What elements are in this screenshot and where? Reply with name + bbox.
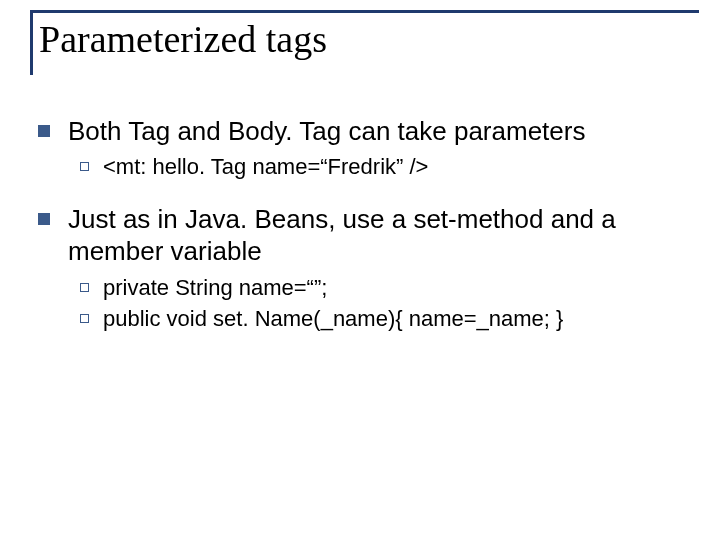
square-bullet-icon xyxy=(38,213,50,225)
hollow-square-bullet-icon xyxy=(80,162,89,171)
hollow-square-bullet-icon xyxy=(80,283,89,292)
bullet-item: Just as in Java. Beans, use a set-method… xyxy=(38,203,690,268)
sub-bullet-item: <mt: hello. Tag name=“Fredrik” /> xyxy=(80,153,690,181)
slide: Parameterized tags Both Tag and Body. Ta… xyxy=(0,0,720,540)
sub-bullet-item: private String name=“”; xyxy=(80,274,690,302)
sub-list: private String name=“”; public void set.… xyxy=(80,274,690,333)
square-bullet-icon xyxy=(38,125,50,137)
sub-bullet-text: public void set. Name(_name){ name=_name… xyxy=(103,305,690,333)
sub-bullet-item: public void set. Name(_name){ name=_name… xyxy=(80,305,690,333)
bullet-text: Just as in Java. Beans, use a set-method… xyxy=(68,203,690,268)
bullet-item: Both Tag and Body. Tag can take paramete… xyxy=(38,115,690,148)
bullet-text: Both Tag and Body. Tag can take paramete… xyxy=(68,115,690,148)
slide-title: Parameterized tags xyxy=(39,19,699,61)
sub-bullet-text: private String name=“”; xyxy=(103,274,690,302)
sub-list: <mt: hello. Tag name=“Fredrik” /> xyxy=(80,153,690,181)
title-container: Parameterized tags xyxy=(30,10,699,75)
slide-body: Both Tag and Body. Tag can take paramete… xyxy=(30,115,690,333)
sub-bullet-text: <mt: hello. Tag name=“Fredrik” /> xyxy=(103,153,690,181)
hollow-square-bullet-icon xyxy=(80,314,89,323)
